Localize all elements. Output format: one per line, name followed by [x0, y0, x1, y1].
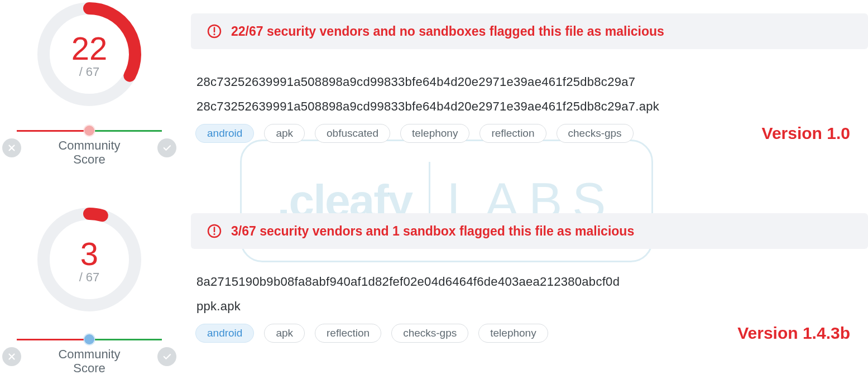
- detection-gauge: 22 / 67: [31, 0, 148, 113]
- file-name: 28c73252639991a508898a9cd99833bfe64b4d20…: [196, 99, 868, 114]
- tag-checks-gps[interactable]: checks-gps: [391, 324, 468, 343]
- community-score-label: Community Score: [58, 347, 120, 376]
- tag-telephony[interactable]: telephony: [400, 124, 469, 143]
- file-hash: 8a2715190b9b08fa8abf940af1d82fef02e04d64…: [196, 275, 868, 289]
- vote-down-button[interactable]: [2, 347, 21, 366]
- community-score: Community Score: [0, 126, 179, 167]
- tag-obfuscated[interactable]: obfuscated: [315, 124, 390, 143]
- slider-thumb[interactable]: [84, 334, 94, 344]
- vote-up-button[interactable]: [157, 138, 176, 157]
- tag-list: androidapkobfuscatedtelephonyreflectionc…: [191, 124, 634, 143]
- scan-details: 3/67 security vendors and 1 sandbox flag…: [179, 195, 868, 389]
- community-slider[interactable]: [17, 126, 162, 135]
- alert-banner: 22/67 security vendors and no sandboxes …: [191, 13, 868, 49]
- svg-point-3: [213, 33, 215, 35]
- scan-details: 22/67 security vendors and no sandboxes …: [179, 0, 868, 195]
- tag-apk[interactable]: apk: [264, 324, 305, 343]
- svg-point-4: [44, 214, 135, 305]
- svg-point-7: [213, 233, 215, 235]
- file-name: ppk.apk: [196, 299, 868, 314]
- version-label: Version 1.0: [762, 124, 850, 143]
- tag-android[interactable]: android: [195, 124, 254, 143]
- scan-result-row: 22 / 67 Community Score: [0, 0, 868, 195]
- detection-gauge: 3 / 67: [31, 201, 148, 318]
- slider-thumb[interactable]: [84, 126, 94, 136]
- score-panel: 22 / 67 Community Score: [0, 0, 179, 195]
- alert-icon: [207, 223, 222, 239]
- tag-list: androidapkreflectionchecks-gpstelephony: [191, 324, 548, 343]
- community-score-label: Community Score: [58, 138, 120, 167]
- community-slider[interactable]: [17, 335, 162, 344]
- alert-banner: 3/67 security vendors and 1 sandbox flag…: [191, 213, 868, 249]
- vote-down-button[interactable]: [2, 138, 21, 157]
- tag-checks-gps[interactable]: checks-gps: [557, 124, 634, 143]
- alert-text: 3/67 security vendors and 1 sandbox flag…: [231, 224, 634, 239]
- tag-reflection[interactable]: reflection: [315, 324, 381, 343]
- score-panel: 3 / 67 Community Score: [0, 195, 179, 389]
- community-score: Community Score: [0, 335, 179, 376]
- alert-text: 22/67 security vendors and no sandboxes …: [231, 24, 664, 39]
- file-hash: 28c73252639991a508898a9cd99833bfe64b4d20…: [196, 75, 868, 89]
- tag-reflection[interactable]: reflection: [479, 124, 546, 143]
- alert-icon: [207, 23, 222, 39]
- vote-up-button[interactable]: [157, 347, 176, 366]
- tag-apk[interactable]: apk: [264, 124, 305, 143]
- tag-android[interactable]: android: [195, 324, 254, 343]
- version-label: Version 1.4.3b: [737, 324, 850, 343]
- tag-telephony[interactable]: telephony: [478, 324, 548, 343]
- scan-result-row: 3 / 67 Community Score: [0, 195, 868, 389]
